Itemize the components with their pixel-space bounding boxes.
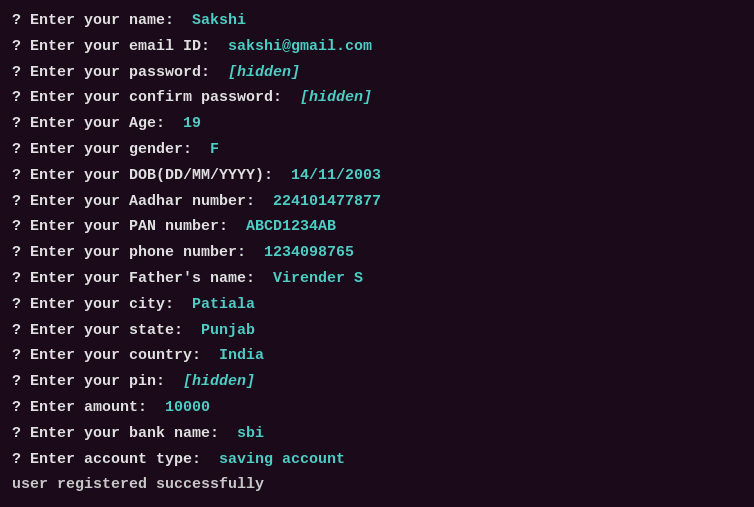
prompt-symbol: ? [12,421,30,447]
terminal-line: ? Enter your country: India [12,343,742,369]
field-label: Enter your PAN number: [30,214,246,240]
field-label: Enter your confirm password: [30,85,300,111]
prompt-symbol: ? [12,8,30,34]
terminal-line: ? Enter your phone number: 1234098765 [12,240,742,266]
prompt-symbol: ? [12,189,30,215]
field-label: Enter your country: [30,343,219,369]
field-value: sbi [237,421,264,447]
field-value: [hidden] [228,60,300,86]
terminal-line: ? Enter your password: [hidden] [12,60,742,86]
field-value: 10000 [165,395,210,421]
field-label: Enter your Aadhar number: [30,189,273,215]
field-value: 224101477877 [273,189,381,215]
terminal-line: ? Enter your pin: [hidden] [12,369,742,395]
terminal-line: ? Enter your state: Punjab [12,318,742,344]
field-label: Enter your DOB(DD/MM/YYYY): [30,163,291,189]
prompt-symbol: ? [12,266,30,292]
terminal-container: ? Enter your name: Sakshi? Enter your em… [12,8,742,498]
field-value: ABCD1234AB [246,214,336,240]
prompt-symbol: ? [12,369,30,395]
terminal-line: ? Enter your PAN number: ABCD1234AB [12,214,742,240]
field-label: Enter your phone number: [30,240,264,266]
field-label: Enter your password: [30,60,228,86]
field-value: F [210,137,219,163]
field-value: 1234098765 [264,240,354,266]
field-label: Enter your Age: [30,111,183,137]
prompt-symbol: ? [12,447,30,473]
field-value: Punjab [201,318,255,344]
field-value: sakshi@gmail.com [228,34,372,60]
terminal-line: ? Enter your bank name: sbi [12,421,742,447]
field-value: saving account [219,447,345,473]
field-label: Enter your Father's name: [30,266,273,292]
field-value: Virender S [273,266,363,292]
field-value: India [219,343,264,369]
field-label: Enter your email ID: [30,34,228,60]
prompt-symbol: ? [12,292,30,318]
terminal-line: ? Enter your Age: 19 [12,111,742,137]
prompt-symbol: ? [12,343,30,369]
success-text: user registered successfully [12,472,264,498]
terminal-line: ? Enter your confirm password: [hidden] [12,85,742,111]
prompt-symbol: ? [12,34,30,60]
prompt-symbol: ? [12,318,30,344]
prompt-symbol: ? [12,163,30,189]
field-label: Enter account type: [30,447,219,473]
field-value: Patiala [192,292,255,318]
field-label: Enter your bank name: [30,421,237,447]
field-value: Sakshi [192,8,246,34]
field-label: Enter amount: [30,395,165,421]
field-label: Enter your city: [30,292,192,318]
prompt-symbol: ? [12,111,30,137]
success-message: user registered successfully [12,472,742,498]
terminal-line: ? Enter account type: saving account [12,447,742,473]
field-label: Enter your gender: [30,137,210,163]
prompt-symbol: ? [12,395,30,421]
field-value: 14/11/2003 [291,163,381,189]
prompt-symbol: ? [12,60,30,86]
field-value: [hidden] [183,369,255,395]
prompt-symbol: ? [12,137,30,163]
field-value: [hidden] [300,85,372,111]
prompt-symbol: ? [12,85,30,111]
field-label: Enter your pin: [30,369,183,395]
terminal-line: ? Enter your name: Sakshi [12,8,742,34]
field-value: 19 [183,111,201,137]
terminal-line: ? Enter your city: Patiala [12,292,742,318]
terminal-line: ? Enter amount: 10000 [12,395,742,421]
terminal-line: ? Enter your Father's name: Virender S [12,266,742,292]
terminal-line: ? Enter your DOB(DD/MM/YYYY): 14/11/2003 [12,163,742,189]
terminal-line: ? Enter your gender: F [12,137,742,163]
field-label: Enter your state: [30,318,201,344]
terminal-line: ? Enter your Aadhar number: 224101477877 [12,189,742,215]
prompt-symbol: ? [12,214,30,240]
terminal-line: ? Enter your email ID: sakshi@gmail.com [12,34,742,60]
field-label: Enter your name: [30,8,192,34]
prompt-symbol: ? [12,240,30,266]
